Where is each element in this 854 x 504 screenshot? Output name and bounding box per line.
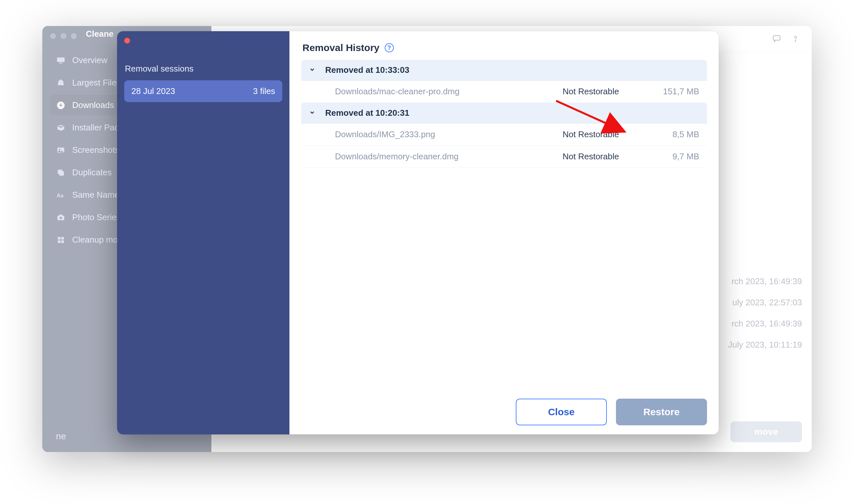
restore-button[interactable]: Restore: [616, 399, 707, 425]
modal-main: Removal History ? Removed at 10:33:03 Do…: [289, 31, 719, 434]
file-size: 8,5 MB: [647, 129, 699, 140]
chevron-down-icon: [309, 108, 315, 118]
sidebar-item-label: Installer Pack: [72, 123, 123, 133]
help-icon[interactable]: [791, 34, 800, 44]
modal-actions: Close Restore: [289, 391, 719, 434]
monitor-icon: [56, 56, 66, 65]
svg-rect-0: [57, 57, 65, 62]
file-path: Downloads/mac-cleaner-pro.dmg: [335, 87, 563, 96]
modal-sidebar: Removal sessions 28 Jul 2023 3 files: [117, 31, 289, 434]
remove-label: move: [754, 427, 778, 437]
removal-group-header[interactable]: Removed at 10:33:03: [301, 60, 707, 80]
sessions-heading: Removal sessions: [125, 64, 281, 74]
file-size: 151,7 MB: [647, 87, 699, 96]
copy-icon: [56, 168, 66, 178]
file-path: Downloads/IMG_2333.png: [335, 129, 563, 140]
svg-point-16: [795, 40, 796, 41]
svg-rect-11: [58, 237, 60, 239]
sidebar-item-label: Same Name: [72, 190, 119, 200]
removal-history-modal: Removal sessions 28 Jul 2023 3 files Rem…: [117, 31, 719, 434]
text-icon: Aa: [56, 190, 66, 200]
svg-rect-10: [59, 214, 62, 216]
close-label: Close: [548, 407, 575, 417]
sidebar-item-label: Screenshots: [72, 145, 119, 155]
close-icon[interactable]: [124, 38, 130, 43]
timestamp: rch 2023, 16:49:39: [731, 319, 802, 329]
package-icon: [56, 123, 66, 133]
removal-row[interactable]: Downloads/memory-cleaner.dmg Not Restora…: [301, 146, 707, 168]
close-button[interactable]: Close: [516, 399, 607, 425]
removal-row[interactable]: Downloads/mac-cleaner-pro.dmg Not Restor…: [301, 80, 707, 103]
image-icon: [56, 145, 66, 155]
file-status: Not Restorable: [563, 129, 647, 140]
window-traffic-lights[interactable]: [50, 33, 77, 39]
traffic-min-icon[interactable]: [60, 33, 66, 39]
svg-rect-12: [61, 237, 64, 239]
timestamp: uly 2023, 22:57:03: [732, 298, 802, 308]
removal-group-header[interactable]: Removed at 10:20:31: [301, 103, 707, 124]
svg-rect-15: [773, 35, 780, 40]
removal-list: Removed at 10:33:03 Downloads/mac-cleane…: [289, 60, 719, 391]
download-icon: [56, 101, 66, 110]
removal-row[interactable]: Downloads/IMG_2333.png Not Restorable 8,…: [301, 124, 707, 146]
file-status: Not Restorable: [563, 87, 647, 96]
sidebar-item-label: Downloads: [72, 100, 114, 110]
traffic-max-icon[interactable]: [71, 33, 77, 39]
file-path: Downloads/memory-cleaner.dmg: [335, 151, 563, 162]
remove-button[interactable]: move: [730, 421, 802, 442]
group-label: Removed at 10:33:03: [325, 65, 410, 75]
file-status: Not Restorable: [563, 151, 647, 162]
sidebar-item-label: Photo Series: [72, 212, 121, 222]
chevron-down-icon: [309, 65, 315, 75]
session-count: 3 files: [253, 86, 275, 96]
restore-label: Restore: [643, 407, 680, 417]
camera-icon: [56, 213, 66, 222]
svg-text:Aa: Aa: [57, 193, 64, 198]
session-date: 28 Jul 2023: [131, 86, 175, 96]
feedback-icon[interactable]: [772, 34, 781, 44]
svg-rect-6: [59, 171, 64, 176]
sidebar-item-label: Largest Files: [72, 78, 121, 88]
file-size: 9,7 MB: [647, 151, 699, 162]
svg-rect-13: [58, 240, 60, 243]
weight-icon: [56, 78, 66, 88]
modal-header: Removal History ?: [289, 31, 719, 60]
session-item[interactable]: 28 Jul 2023 3 files: [124, 80, 282, 102]
question-icon[interactable]: ?: [385, 43, 394, 52]
back-file-timestamps: rch 2023, 16:49:39 uly 2023, 22:57:03 rc…: [728, 276, 802, 350]
modal-title: Removal History: [303, 42, 380, 53]
traffic-close-icon[interactable]: [50, 33, 56, 39]
svg-rect-14: [61, 240, 64, 243]
timestamp: July 2023, 10:11:19: [728, 340, 802, 350]
sidebar-item-label: Overview: [72, 55, 107, 65]
timestamp: rch 2023, 16:49:39: [731, 276, 802, 286]
app-title: Cleane: [86, 29, 113, 39]
sidebar-item-label: Cleanup mo: [72, 235, 118, 245]
group-label: Removed at 10:20:31: [325, 108, 410, 118]
grid-icon: [56, 235, 66, 245]
sidebar-item-label: Duplicates: [72, 167, 112, 178]
svg-rect-1: [59, 63, 62, 64]
svg-point-9: [60, 217, 62, 219]
svg-point-4: [59, 149, 60, 150]
